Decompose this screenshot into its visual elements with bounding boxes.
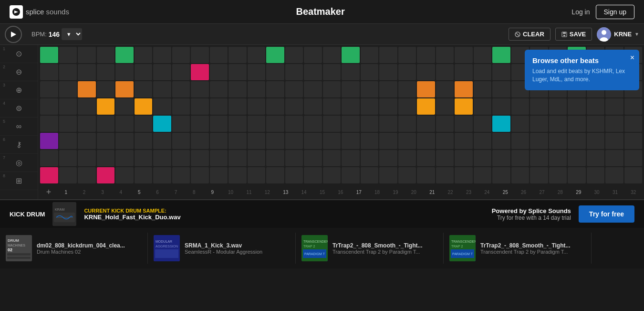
beat-cell[interactable] [474,167,492,183]
beat-cell[interactable] [398,98,416,115]
row-icon-4[interactable]: 4⊜ [0,99,38,118]
beat-cell[interactable] [59,64,77,80]
beat-cell[interactable] [361,47,379,63]
beat-cell[interactable] [153,133,171,149]
beat-cell[interactable] [78,47,96,63]
beat-cell[interactable] [379,98,397,115]
beat-cell[interactable] [398,133,416,149]
beat-cell[interactable] [153,64,171,80]
beat-cell[interactable] [248,64,266,80]
beat-cell[interactable] [191,47,209,63]
beat-cell[interactable] [568,150,586,166]
beat-cell[interactable] [474,47,492,63]
beat-cell[interactable] [549,133,567,149]
beat-cell[interactable] [398,64,416,80]
beat-cell[interactable] [40,133,58,149]
save-button[interactable]: SAVE [555,28,592,41]
beat-cell[interactable] [172,150,190,166]
beat-cell[interactable] [210,47,228,63]
beat-cell[interactable] [323,150,341,166]
beat-cell[interactable] [492,81,510,97]
beat-cell[interactable] [624,150,643,166]
beat-cell[interactable] [229,167,247,183]
beat-cell[interactable] [153,81,171,97]
beat-cell[interactable] [379,167,397,183]
beat-cell[interactable] [436,133,454,149]
beat-cell[interactable] [229,116,247,132]
beat-cell[interactable] [605,167,623,183]
beat-cell[interactable] [455,150,473,166]
beat-cell[interactable] [549,150,567,166]
beat-cell[interactable] [587,116,605,132]
beat-cell[interactable] [455,167,473,183]
beat-cell[interactable] [605,133,623,149]
beat-cell[interactable] [436,98,454,115]
beat-cell[interactable] [417,133,435,149]
beat-cell[interactable] [361,64,379,80]
beat-cell[interactable] [361,150,379,166]
beat-cell[interactable] [361,98,379,115]
beat-cell[interactable] [379,47,397,63]
beat-cell[interactable] [210,81,228,97]
beat-cell[interactable] [342,47,360,63]
beat-cell[interactable] [511,116,530,132]
beat-cell[interactable] [172,116,190,132]
beat-cell[interactable] [115,64,134,80]
beat-cell[interactable] [97,167,115,183]
beat-cell[interactable] [304,81,322,97]
beat-cell[interactable] [172,47,190,63]
beat-cell[interactable] [266,150,284,166]
beat-cell[interactable] [304,47,322,63]
beat-cell[interactable] [285,150,303,166]
beat-cell[interactable] [248,150,266,166]
beat-cell[interactable] [285,47,303,63]
beat-cell[interactable] [342,64,360,80]
beat-cell[interactable] [229,64,247,80]
beat-cell[interactable] [229,81,247,97]
beat-cell[interactable] [323,47,341,63]
beat-cell[interactable] [379,64,397,80]
beat-cell[interactable] [304,116,322,132]
beat-cell[interactable] [530,98,548,115]
beat-cell[interactable] [210,98,228,115]
beat-cell[interactable] [436,64,454,80]
beat-cell[interactable] [398,150,416,166]
sample-card-3[interactable]: TRANSCENDENT TRAP 2 PARADIGM T TrTrap2_-… [296,233,444,264]
beat-cell[interactable] [59,47,77,63]
beat-cell[interactable] [549,167,567,183]
beat-cell[interactable] [361,116,379,132]
beat-cell[interactable] [530,133,548,149]
beat-cell[interactable] [115,133,134,149]
beat-cell[interactable] [342,98,360,115]
beat-cell[interactable] [511,167,530,183]
beat-cell[interactable] [605,98,623,115]
beat-cell[interactable] [229,47,247,63]
beat-cell[interactable] [40,47,58,63]
beat-cell[interactable] [78,98,96,115]
beat-cell[interactable] [191,133,209,149]
beat-cell[interactable] [59,116,77,132]
beat-cell[interactable] [115,150,134,166]
beat-cell[interactable] [191,116,209,132]
try-free-button[interactable]: Try for free [579,205,634,223]
beat-cell[interactable] [153,150,171,166]
beat-cell[interactable] [379,133,397,149]
row-icon-5[interactable]: 5∞ [0,118,38,136]
user-dropdown-arrow[interactable]: ▼ [634,32,639,37]
beat-cell[interactable] [172,98,190,115]
beat-cell[interactable] [398,81,416,97]
beat-cell[interactable] [40,150,58,166]
beat-cell[interactable] [266,133,284,149]
close-popup-button[interactable]: × [630,54,634,62]
beat-cell[interactable] [78,150,96,166]
beat-cell[interactable] [379,81,397,97]
beat-cell[interactable] [587,167,605,183]
beat-cell[interactable] [587,133,605,149]
beat-cell[interactable] [135,133,153,149]
beat-cell[interactable] [587,98,605,115]
beat-cell[interactable] [492,64,510,80]
beat-cell[interactable] [59,81,77,97]
beat-cell[interactable] [248,81,266,97]
beat-cell[interactable] [530,116,548,132]
beat-cell[interactable] [323,81,341,97]
